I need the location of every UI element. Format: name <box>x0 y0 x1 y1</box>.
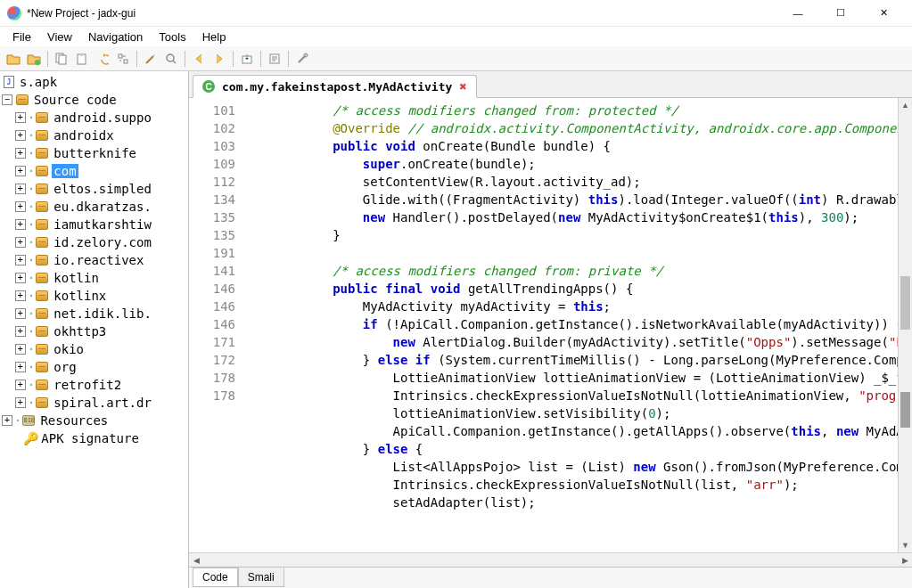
code-area[interactable]: 101 102 103 109 112 134 135 135 191 141 … <box>189 98 912 552</box>
menu-tools[interactable]: Tools <box>152 29 193 45</box>
scroll-thumb-secondary[interactable] <box>900 392 910 428</box>
close-tab-icon[interactable]: ✖ <box>459 79 466 94</box>
tree-package-butterknife[interactable]: +·butterknife <box>0 144 188 162</box>
package-node[interactable]: spiral.art.dr <box>52 396 153 410</box>
vertical-scrollbar[interactable]: ▲ ▼ <box>898 98 912 552</box>
expander-icon[interactable]: + <box>2 415 12 426</box>
package-node[interactable]: eu.dkaratzas. <box>52 200 153 214</box>
tree-package-id-zelory-com[interactable]: +·id.zelory.com <box>0 233 188 251</box>
scroll-down-icon[interactable]: ▼ <box>899 538 912 552</box>
tab-code[interactable]: Code <box>193 568 238 587</box>
tree-root[interactable]: s.apk <box>18 75 59 89</box>
apk-signature-node[interactable]: APK signature <box>39 431 141 445</box>
package-icon <box>36 255 48 265</box>
package-node[interactable]: iamutkarshtiw <box>52 217 153 232</box>
undo-icon[interactable] <box>93 49 112 69</box>
menu-file[interactable]: File <box>5 29 38 45</box>
expander-icon[interactable]: + <box>15 237 26 248</box>
tree-package-iamutkarshtiw[interactable]: +·iamutkarshtiw <box>0 216 188 233</box>
package-node[interactable]: io.reactivex <box>52 253 145 267</box>
code-text[interactable]: /* access modifiers changed from: protec… <box>242 98 898 552</box>
expander-icon[interactable]: + <box>15 326 26 337</box>
tree-package-kotlin[interactable]: +·kotlin <box>0 269 188 287</box>
package-node[interactable]: okhttp3 <box>52 324 108 339</box>
package-node[interactable]: kotlinx <box>52 289 108 303</box>
tree-package-okhttp3[interactable]: +·okhttp3 <box>0 323 188 340</box>
tab-smali[interactable]: Smali <box>238 568 284 587</box>
package-node[interactable]: org <box>52 360 78 374</box>
source-code-node[interactable]: Source code <box>32 93 119 107</box>
expander-icon[interactable]: + <box>15 130 26 141</box>
package-node[interactable]: retrofit2 <box>52 378 123 392</box>
expander-icon[interactable]: + <box>15 166 26 176</box>
paste-icon[interactable] <box>72 49 92 69</box>
package-icon <box>36 130 48 141</box>
svg-rect-5 <box>119 54 122 58</box>
expander-icon[interactable]: + <box>15 380 26 390</box>
settings-icon[interactable] <box>292 49 312 69</box>
tree-package-retrofit2[interactable]: +·retrofit2 <box>0 376 188 394</box>
expander-icon[interactable]: − <box>2 94 12 105</box>
back-icon[interactable] <box>189 49 209 69</box>
expander-icon[interactable]: + <box>15 201 26 212</box>
search-icon[interactable] <box>161 49 181 69</box>
export-icon[interactable] <box>237 49 257 69</box>
open-project-icon[interactable] <box>24 49 44 69</box>
scroll-thumb[interactable] <box>900 276 910 330</box>
copy-icon[interactable] <box>52 49 71 69</box>
open-file-icon[interactable] <box>4 49 23 69</box>
tree-package-io-reactivex[interactable]: +·io.reactivex <box>0 251 188 269</box>
horizontal-scrollbar[interactable]: ◀ ▶ <box>189 552 912 567</box>
expander-icon[interactable]: + <box>15 308 26 319</box>
package-node[interactable]: com <box>52 164 78 178</box>
expander-icon[interactable]: + <box>15 397 26 408</box>
menu-navigation[interactable]: Navigation <box>81 29 150 45</box>
menu-view[interactable]: View <box>40 29 79 45</box>
package-node[interactable]: kotlin <box>52 271 101 285</box>
scroll-up-icon[interactable]: ▲ <box>899 98 912 112</box>
menu-help[interactable]: Help <box>195 29 234 45</box>
svg-rect-6 <box>124 60 127 63</box>
tree-package-org[interactable]: +·org <box>0 358 188 376</box>
tree-package-androidx[interactable]: +·androidx <box>0 127 188 144</box>
package-node[interactable]: butterknife <box>52 146 138 160</box>
expander-icon[interactable]: + <box>15 273 26 283</box>
tree-package-kotlinx[interactable]: +·kotlinx <box>0 287 188 305</box>
resources-node[interactable]: Resources <box>38 413 110 428</box>
expander-icon[interactable]: + <box>15 148 26 159</box>
package-node[interactable]: id.zelory.com <box>52 235 153 249</box>
tree-package-okio[interactable]: +·okio <box>0 340 188 358</box>
editor-tab[interactable]: C com.my.fakeinstapost.MyAdActivity ✖ <box>193 75 477 98</box>
expander-icon[interactable]: + <box>15 255 26 265</box>
package-node[interactable]: net.idik.lib. <box>52 306 153 321</box>
expander-icon[interactable]: + <box>15 362 26 372</box>
expander-icon[interactable]: + <box>15 184 26 194</box>
package-tree[interactable]: Js.apk−Source code +·android.suppo +·and… <box>0 71 189 588</box>
expander-icon[interactable]: + <box>15 112 26 123</box>
forward-icon[interactable] <box>210 49 229 69</box>
package-node[interactable]: eltos.simpled <box>52 182 153 196</box>
close-button[interactable]: ✕ <box>871 4 896 22</box>
scroll-right-icon[interactable]: ▶ <box>898 556 912 565</box>
folder-icon <box>16 94 29 105</box>
log-icon[interactable] <box>265 49 284 69</box>
maximize-button[interactable]: ☐ <box>828 4 853 22</box>
tree-package-eu-dkaratzas-[interactable]: +·eu.dkaratzas. <box>0 198 188 216</box>
sync-icon[interactable] <box>113 49 133 69</box>
tree-package-com[interactable]: +·com <box>0 162 188 180</box>
expander-icon[interactable]: + <box>15 344 26 355</box>
package-icon <box>36 344 48 355</box>
package-node[interactable]: androidx <box>52 128 115 143</box>
minimize-button[interactable]: — <box>785 4 810 22</box>
package-node[interactable]: android.suppo <box>52 110 153 125</box>
wand-icon[interactable] <box>141 49 160 69</box>
tree-package-spiral-art-dr[interactable]: +·spiral.art.dr <box>0 394 188 412</box>
tree-package-android-suppo[interactable]: +·android.suppo <box>0 109 188 127</box>
tree-package-eltos-simpled[interactable]: +·eltos.simpled <box>0 180 188 198</box>
expander-icon[interactable]: + <box>15 290 26 301</box>
toolbar <box>0 46 912 71</box>
expander-icon[interactable]: + <box>15 219 26 230</box>
scroll-left-icon[interactable]: ◀ <box>189 556 203 565</box>
package-node[interactable]: okio <box>52 342 86 356</box>
tree-package-net-idik-lib-[interactable]: +·net.idik.lib. <box>0 305 188 323</box>
